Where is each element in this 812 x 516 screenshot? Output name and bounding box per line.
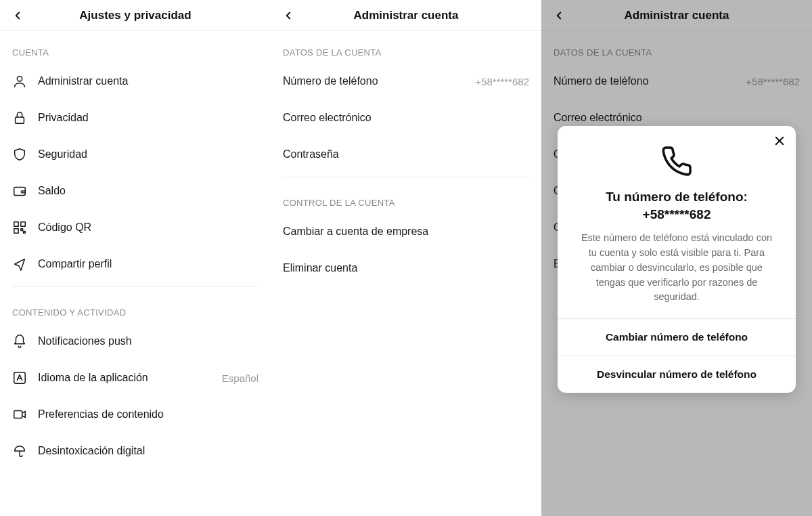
row-push-notifications[interactable]: Notificaciones push (0, 323, 271, 360)
row-label: Privacidad (38, 112, 258, 124)
row-label: Saldo (38, 185, 258, 197)
row-delete-account[interactable]: Eliminar cuenta (271, 250, 541, 286)
user-icon (12, 74, 27, 89)
section-label-account-data: DATOS DE LA CUENTA (541, 31, 812, 63)
row-label: Código QR (38, 221, 258, 234)
row-password[interactable]: Contraseña (271, 136, 541, 173)
svg-rect-1 (16, 117, 24, 123)
phone-icon (558, 126, 796, 177)
settings-panel: Ajustes y privacidad CUENTA Administrar … (0, 0, 271, 516)
row-label: Compartir perfil (38, 258, 258, 270)
share-icon (12, 257, 27, 272)
row-label: Administrar cuenta (38, 75, 258, 87)
row-balance[interactable]: Saldo (0, 173, 271, 209)
row-label: Seguridad (38, 148, 258, 160)
chevron-left-icon (553, 9, 565, 22)
row-switch-business[interactable]: Cambiar a cuenta de empresa (271, 213, 541, 250)
umbrella-icon (12, 444, 27, 458)
row-label: Preferencias de contenido (38, 408, 258, 421)
row-digital-detox[interactable]: Desintoxicación digital (0, 433, 271, 469)
page-title: Administrar cuenta (354, 9, 459, 22)
change-phone-button[interactable]: Cambiar número de teléfono (558, 318, 796, 356)
section-label-account-control: CONTROL DE LA CUENTA (271, 181, 541, 213)
svg-rect-8 (14, 372, 26, 384)
row-phone-number[interactable]: Número de teléfono +58*****682 (271, 63, 541, 100)
row-label: Notificaciones push (38, 335, 258, 347)
shield-icon (12, 147, 27, 162)
row-value: +58*****682 (475, 76, 529, 87)
close-button[interactable] (770, 131, 789, 150)
unlink-phone-button[interactable]: Desvincular número de teléfono (558, 356, 796, 393)
row-label: Idioma de la aplicación (38, 372, 211, 384)
bell-icon (12, 334, 27, 349)
back-button[interactable] (8, 6, 27, 25)
video-icon (12, 407, 27, 422)
svg-rect-9 (14, 411, 22, 418)
chevron-left-icon (12, 9, 24, 22)
row-label: Eliminar cuenta (283, 262, 529, 274)
svg-rect-6 (21, 229, 23, 231)
row-content-preferences[interactable]: Preferencias de contenido (0, 396, 271, 433)
modal-body: Este número de teléfono está vinculado c… (558, 225, 796, 318)
row-value: +58*****682 (746, 76, 800, 87)
section-label-content: CONTENIDO Y ACTIVIDAD (0, 291, 271, 323)
modal-title: Tu número de teléfono: +58*****682 (558, 177, 796, 225)
page-title: Ajustes y privacidad (79, 9, 191, 22)
row-share-profile[interactable]: Compartir perfil (0, 246, 271, 282)
row-label: Contraseña (283, 148, 529, 160)
header: Ajustes y privacidad (0, 0, 271, 31)
phone-modal: Tu número de teléfono: +58*****682 Este … (558, 126, 796, 393)
close-icon (773, 135, 786, 147)
row-label: Número de teléfono (554, 75, 735, 87)
wallet-icon (12, 184, 27, 198)
manage-account-panel: Administrar cuenta DATOS DE LA CUENTA Nú… (271, 0, 541, 516)
svg-rect-4 (21, 222, 25, 226)
svg-rect-5 (14, 229, 18, 233)
row-security[interactable]: Seguridad (0, 136, 271, 173)
header: Administrar cuenta (541, 0, 812, 31)
section-label-account-data: DATOS DE LA CUENTA (271, 31, 541, 63)
row-label: Cambiar a cuenta de empresa (283, 225, 529, 238)
row-manage-account[interactable]: Administrar cuenta (0, 63, 271, 100)
section-label-account: CUENTA (0, 31, 271, 63)
chevron-left-icon (282, 9, 294, 22)
divider (283, 177, 529, 177)
page-title: Administrar cuenta (625, 9, 729, 22)
row-label: Correo electrónico (554, 112, 800, 124)
back-button[interactable] (549, 6, 568, 25)
row-email[interactable]: Correo electrónico (271, 100, 541, 136)
svg-rect-7 (24, 232, 26, 234)
row-value: Español (222, 372, 258, 384)
row-label: Correo electrónico (283, 112, 529, 124)
row-qr-code[interactable]: Código QR (0, 209, 271, 246)
row-label: Desintoxicación digital (38, 445, 258, 457)
language-icon (12, 370, 27, 385)
row-app-language[interactable]: Idioma de la aplicación Español (0, 360, 271, 396)
divider (12, 286, 258, 287)
lock-icon (12, 110, 27, 125)
row-label: Número de teléfono (283, 75, 464, 87)
row-privacy[interactable]: Privacidad (0, 100, 271, 136)
svg-point-0 (17, 77, 22, 81)
back-button[interactable] (279, 6, 298, 25)
svg-rect-3 (14, 222, 18, 226)
header: Administrar cuenta (271, 0, 541, 31)
qr-icon (12, 220, 27, 235)
row-phone-number[interactable]: Número de teléfono +58*****682 (541, 63, 812, 100)
manage-account-panel-modal: Administrar cuenta DATOS DE LA CUENTA Nú… (541, 0, 812, 516)
